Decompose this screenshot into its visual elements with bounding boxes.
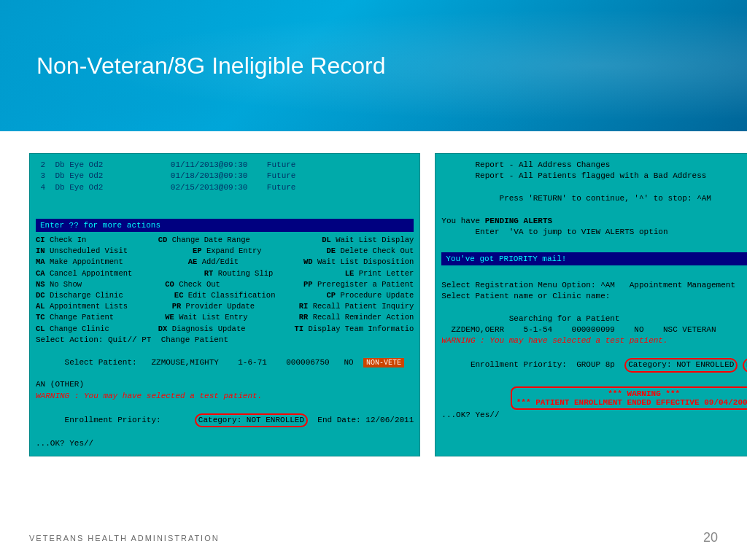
action-row-3: MA Make Appointment AE Add/Edit WD Wait … xyxy=(36,257,414,268)
action-row-2: IN Unscheduled Visit EP Expand Entry DE … xyxy=(36,246,414,257)
searching-line: Searching for a Patient xyxy=(441,314,747,324)
appt-line-3: 4 Db Eye Od2 02/15/2013@09:30 Future xyxy=(36,182,414,193)
action-row-5: NS No Show CO Check Out PP Preregister a… xyxy=(36,279,414,290)
blank-line-1 xyxy=(36,193,414,204)
action-row-1: CI Check In CD Change Date Range DL Wait… xyxy=(36,235,414,246)
patient-type-line: AN (OTHER) xyxy=(36,379,414,390)
blank-right-2 xyxy=(441,205,747,216)
ok-line-1: ...OK? Yes// xyxy=(36,438,414,449)
not-enrolled-circle-2: Category: NOT ENROLLED xyxy=(624,358,738,372)
non-vete-badge: NON-VETE xyxy=(363,358,404,368)
warning-title: *** WARNING *** xyxy=(516,389,747,398)
more-actions-bar: Enter ?? for more actions xyxy=(36,219,414,232)
patient-select-line: Select Patient: ZZMOUSE,MIGHTY 1-6-71 00… xyxy=(36,346,414,379)
appt-line-1: 2 Db Eye Od2 01/11/2013@09:30 Future xyxy=(36,160,414,171)
action-row-9: CL Change Clinic DX Diagnosis Update TI … xyxy=(36,324,414,335)
ok-line-2: ...OK? Yes// xyxy=(441,410,747,421)
report-line-2: Report - All Patients flagged with a Bad… xyxy=(441,171,747,182)
blank-right-3 xyxy=(441,238,747,249)
action-row-6: DC Discharge Clinic EC Edit Classificati… xyxy=(36,290,414,301)
warning-box-container: *** WARNING *** *** PATIENT ENROLLMENT E… xyxy=(441,386,747,410)
warning-line-2: WARNING : You may have selected a test p… xyxy=(441,335,747,346)
blank-right-4 xyxy=(441,268,747,279)
appt-line-2: 3 Db Eye Od2 01/18/2013@09:30 Future xyxy=(36,171,414,182)
end-date-circle: End Date: 09/04/2009 xyxy=(743,358,747,372)
page-title: Non-Veteran/8G Ineligible Record xyxy=(36,52,386,79)
priority-mail-bar: You've got PRIORITY mail! xyxy=(441,252,747,265)
actions-grid: CI Check In CD Change Date Range DL Wait… xyxy=(36,235,414,335)
right-terminal: Report - All Address Changes Report - Al… xyxy=(435,153,747,456)
footer-page: 20 xyxy=(703,530,718,545)
select-action-line: Select Action: Quit// PT Change Patient xyxy=(36,335,414,346)
blank-line-2 xyxy=(36,205,414,216)
action-row-7: AL Appointment Lists PR Provider Update … xyxy=(36,301,414,312)
warning-box: *** WARNING *** *** PATIENT ENROLLMENT E… xyxy=(511,386,747,410)
reg-menu-line: Select Registration Menu Option: ^AM App… xyxy=(441,280,747,291)
not-enrolled-circle-1: Category: NOT ENROLLED xyxy=(195,413,308,427)
blank-right-1 xyxy=(441,182,747,193)
warning-line-1: WARNING : You may have selected a test p… xyxy=(36,391,414,402)
enrollment-line: Enrollment Priority: Category: NOT ENROL… xyxy=(36,402,414,438)
blank-right-5 xyxy=(441,302,747,313)
footer: VETERANS HEALTH ADMINISTRATION 20 xyxy=(29,530,718,545)
footer-org: VETERANS HEALTH ADMINISTRATION xyxy=(29,534,220,542)
main-content: 2 Db Eye Od2 01/11/2013@09:30 Future 3 D… xyxy=(0,139,747,471)
va-hint-line: Enter 'VA to jump to VIEW ALERTS option xyxy=(441,227,747,238)
action-row-4: CA Cancel Appointment RT Routing Slip LE… xyxy=(36,268,414,279)
found-patient-line: ZZDEMO,OERR 5-1-54 000000099 NO NSC VETE… xyxy=(441,324,747,335)
press-return-line: Press 'RETURN' to continue, '^' to stop:… xyxy=(441,193,747,204)
patient-name-line: Select Patient name or Clinic name: xyxy=(441,291,747,302)
pending-alerts-text: PENDING ALERTS xyxy=(485,217,552,225)
left-terminal: 2 Db Eye Od2 01/11/2013@09:30 Future 3 D… xyxy=(29,153,420,456)
warning-content: *** PATIENT ENROLLMENT ENDED EFFECTIVE 0… xyxy=(516,398,747,407)
pending-alerts-line: You have PENDING ALERTS xyxy=(441,216,747,227)
action-row-8: TC Change Patient WE Wait List Entry RR … xyxy=(36,312,414,323)
report-line-1: Report - All Address Changes xyxy=(441,160,747,171)
enrollment-line-2: Enrollment Priority: GROUP 8p Category: … xyxy=(441,347,747,384)
header-banner: Non-Veteran/8G Ineligible Record xyxy=(0,0,747,131)
